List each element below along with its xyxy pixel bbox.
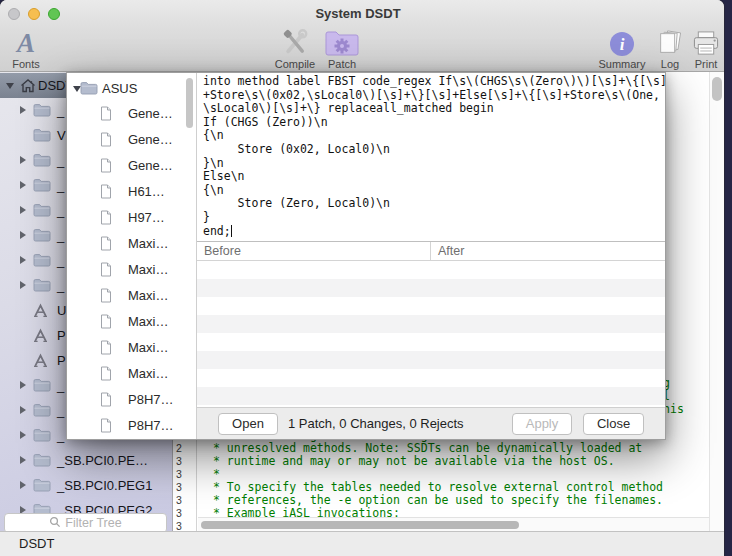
patch-file-item[interactable]: Gene… xyxy=(67,154,196,178)
text-cursor xyxy=(231,225,232,237)
log-button[interactable]: Log xyxy=(654,28,686,70)
tree-row-label: U xyxy=(57,303,66,318)
tree-row-label: _ xyxy=(57,378,64,393)
disclosure-triangle-icon[interactable] xyxy=(20,481,26,489)
patch-file-item[interactable]: Gene… xyxy=(67,128,196,152)
document-icon xyxy=(100,340,112,358)
patch-repo-folder[interactable]: ASUS xyxy=(67,77,196,101)
patch-file-item[interactable]: H97… xyxy=(67,206,196,230)
tree-row-_SB.PCI0.PEG1[interactable]: _SB.PCI0.PEG1 xyxy=(0,473,172,498)
table-row xyxy=(197,297,665,315)
file-label: Gene… xyxy=(128,106,173,121)
home-icon xyxy=(20,78,36,96)
disclosure-triangle-icon[interactable] xyxy=(20,406,26,414)
patch-file-item[interactable]: Maxi… xyxy=(67,336,196,360)
editor-vertical-scrollbar[interactable] xyxy=(709,72,724,531)
title-bar[interactable]: System DSDT xyxy=(0,0,724,27)
tree-row-label: _ xyxy=(57,103,64,118)
maciasl-window: System DSDT A Fonts Compile xyxy=(0,0,724,556)
search-icon xyxy=(49,514,61,531)
tree-row-label: P xyxy=(57,328,66,343)
table-row xyxy=(197,333,665,351)
patch-file-item[interactable]: Maxi… xyxy=(67,232,196,256)
folder-icon xyxy=(33,178,51,195)
document-icon xyxy=(100,210,112,228)
disclosure-triangle-icon[interactable] xyxy=(20,256,26,264)
patch-status-text: 1 Patch, 0 Changes, 0 Rejects xyxy=(288,408,464,439)
folder-icon xyxy=(33,453,51,470)
disclosure-triangle-icon[interactable] xyxy=(20,381,26,389)
file-list-scroll-thumb[interactable] xyxy=(186,78,193,128)
table-row xyxy=(197,279,665,297)
horizontal-scroll-thumb[interactable] xyxy=(201,521,519,529)
patch-text-area[interactable]: into method label FBST code_regex If\s\(… xyxy=(197,73,665,242)
disclosure-triangle-icon[interactable] xyxy=(20,181,26,189)
file-label: Maxi… xyxy=(128,366,168,381)
apply-button[interactable]: Apply xyxy=(512,413,572,435)
document-icon xyxy=(100,132,112,150)
desktop: System DSDT A Fonts Compile xyxy=(0,0,732,556)
disclosure-triangle-icon[interactable] xyxy=(6,83,14,89)
disclosure-triangle-icon[interactable] xyxy=(20,431,26,439)
file-label: H97… xyxy=(128,210,165,225)
preview-table-header: Before After xyxy=(197,242,665,261)
patch-button[interactable]: Patch xyxy=(321,28,363,70)
method-icon xyxy=(33,303,48,321)
log-icon xyxy=(656,29,684,57)
patch-file-item[interactable]: Maxi… xyxy=(67,258,196,282)
document-icon xyxy=(100,262,112,280)
tree-row-_SB.PCI0.PE…[interactable]: _SB.PCI0.PE… xyxy=(0,448,172,473)
after-column-header: After xyxy=(438,244,464,258)
patch-file-item[interactable]: P8H7… xyxy=(67,388,196,412)
patch-file-item[interactable]: P8H7… xyxy=(67,414,196,438)
disclosure-triangle-icon[interactable] xyxy=(20,456,26,464)
window-title: System DSDT xyxy=(0,0,716,27)
folder-icon xyxy=(80,81,98,98)
patch-file-item[interactable]: Maxi… xyxy=(67,284,196,308)
patch-file-item[interactable]: Maxi… xyxy=(67,310,196,334)
document-icon xyxy=(100,366,112,384)
disclosure-triangle-icon[interactable] xyxy=(20,231,26,239)
tree-row-label: V xyxy=(57,128,66,143)
patch-code: into method label FBST code_regex If\s\(… xyxy=(197,73,665,238)
vertical-scroll-thumb[interactable] xyxy=(712,77,722,101)
table-row xyxy=(197,261,665,279)
tree-row-label: _SB.PCI0.PEG1 xyxy=(57,478,152,493)
file-label: Maxi… xyxy=(128,314,168,329)
disclosure-triangle-icon[interactable] xyxy=(20,156,26,164)
print-icon xyxy=(690,30,722,57)
patch-dialog: ASUSGene…Gene…Gene…H61…H97…Maxi…Maxi…Max… xyxy=(66,72,666,440)
table-row xyxy=(197,387,665,405)
tree-row-label: _ xyxy=(57,228,64,243)
document-icon xyxy=(100,236,112,254)
folder-icon xyxy=(33,203,51,220)
editor-horizontal-scrollbar[interactable] xyxy=(198,517,709,531)
patch-file-item[interactable]: Gene… xyxy=(67,102,196,126)
status-table-name: DSDT xyxy=(19,532,54,556)
file-label: Maxi… xyxy=(128,288,168,303)
folder-icon xyxy=(33,228,51,245)
patch-file-item[interactable]: H61… xyxy=(67,180,196,204)
toolbar: A Fonts Compile xyxy=(0,27,724,72)
close-button[interactable]: Close xyxy=(583,413,644,435)
fonts-button[interactable]: A Fonts xyxy=(4,28,48,70)
open-button[interactable]: Open xyxy=(218,413,278,435)
patch-icon xyxy=(324,29,360,57)
disclosure-triangle-icon[interactable] xyxy=(20,281,26,289)
tree-row-label: _ xyxy=(57,253,64,268)
print-button[interactable]: Print xyxy=(688,28,724,70)
filter-tree-field[interactable]: Filter Tree xyxy=(4,513,167,531)
patch-file-item[interactable]: Maxi… xyxy=(67,362,196,386)
disclosure-triangle-icon[interactable] xyxy=(20,206,26,214)
disclosure-triangle-icon[interactable] xyxy=(20,106,26,114)
tree-row-label: _SB.PCI0.PE… xyxy=(57,453,148,468)
compile-button[interactable]: Compile xyxy=(270,28,320,70)
document-icon xyxy=(100,314,112,332)
compile-icon xyxy=(280,28,310,57)
summary-button[interactable]: i Summary xyxy=(595,28,649,70)
folder-icon xyxy=(33,103,51,120)
file-label: Maxi… xyxy=(128,262,168,277)
document-icon xyxy=(100,418,112,436)
fonts-icon: A xyxy=(17,30,35,57)
document-icon xyxy=(100,184,112,202)
